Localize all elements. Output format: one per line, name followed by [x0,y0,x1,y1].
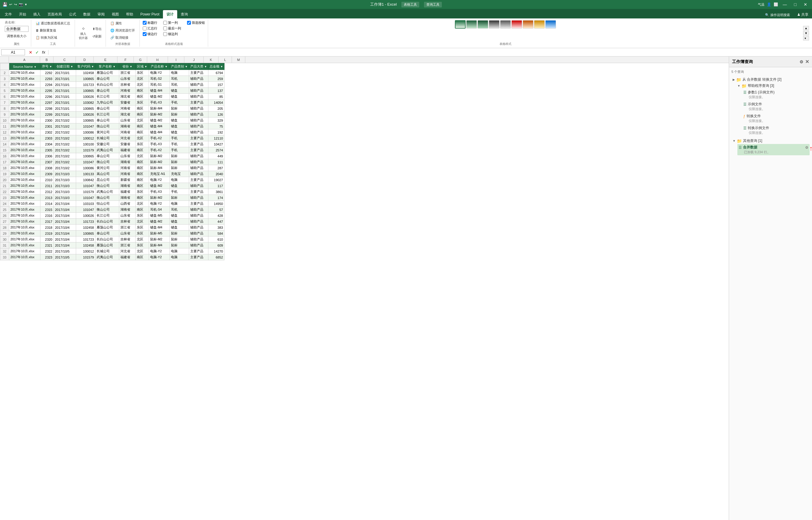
undo-icon[interactable]: ↩ [9,2,12,6]
table-cell[interactable]: 鼠标-M4 [148,165,169,171]
table-cell[interactable]: 电脑-Y2 [148,254,169,260]
table-cell[interactable]: 2017年10月.xlsx [9,231,40,236]
table-cell[interactable]: 2323 [40,254,54,260]
table-cell[interactable]: 雁荡山公司 [95,242,119,249]
table-cell[interactable]: 2017/10/1 [54,100,76,106]
table-cell[interactable]: 2017/10/4 [54,231,76,236]
table-cell[interactable]: 鼠标 [169,106,189,111]
table-cell[interactable]: 2295 [40,88,54,94]
table-cell[interactable]: 100865 [76,118,96,124]
table-cell[interactable]: 2017年10月.xlsx [9,189,40,195]
table-cell[interactable]: 2017年10月.xlsx [9,124,40,129]
table-cell[interactable]: 恒山公司 [95,201,119,207]
table-cell[interactable]: 东区 [135,70,148,76]
table-cell[interactable]: 键盘-M4 [148,88,169,94]
table-cell[interactable]: 447 [208,219,224,225]
table-cell[interactable]: 100086 [76,129,96,135]
table-cell[interactable]: 610 [208,236,224,242]
table-cell[interactable]: 主要产品 [189,135,208,141]
table-cell[interactable]: 浙江省 [119,70,135,76]
table-cell[interactable]: 2017/10/4 [54,219,76,225]
table-cell[interactable]: 福建省 [119,254,135,260]
table-row[interactable]: 72017年10月.xlsx22972017/10/1103082九华山公司安徽… [0,100,224,106]
table-cell[interactable]: 6794 [208,70,224,76]
table-cell[interactable]: 2308 [40,165,54,171]
table-cell[interactable]: 100865 [76,153,96,159]
table-cell[interactable]: 昆山公司 [95,177,119,183]
table-cell[interactable]: 137 [208,88,224,94]
table-cell[interactable]: 鼠标 [169,111,189,118]
table-cell[interactable]: 2017/10/2 [54,141,76,147]
table-cell[interactable]: 428 [208,213,224,219]
table-cell[interactable]: 键盘 [169,88,189,94]
table-cell[interactable]: 157 [208,82,224,88]
table-cell[interactable]: 584 [208,231,224,236]
table-cell[interactable]: 安徽公司 [95,141,119,147]
table-cell[interactable]: 电脑 [169,249,189,254]
maximize-btn[interactable]: □ [792,1,799,7]
table-cell[interactable]: 100026 [76,111,96,118]
table-cell[interactable]: 电脑 [169,70,189,76]
table-cell[interactable]: 河南省 [119,129,135,135]
col-header-M[interactable]: M [232,56,245,63]
table-cell[interactable]: 鼠标-M5 [148,231,169,236]
table-cell[interactable]: 2303 [40,135,54,141]
table-cell[interactable]: 鼠标-M2 [148,153,169,159]
table-cell[interactable]: 辅助产品 [189,153,208,159]
convert-range-btn[interactable]: 📋 转换为区域 [34,34,59,41]
table-cell[interactable]: 100012 [76,135,96,141]
table-cell[interactable]: 100026 [76,94,96,100]
table-cell[interactable]: 键盘 [169,129,189,135]
col-date[interactable]: 创建日期 ▼ [54,63,76,70]
table-cell[interactable]: 湖南省 [119,124,135,129]
table-cell[interactable]: 南区 [135,171,148,177]
col-customer-name[interactable]: 客户名称 ▼ [95,63,119,70]
table-cell[interactable]: 100865 [76,106,96,111]
table-cell[interactable]: 2017年10月.xlsx [9,100,40,106]
table-cell[interactable]: 键盘 [169,213,189,219]
remove-duplicates-btn[interactable]: 🗑 删除重复值 [34,27,58,34]
style-swatch-7[interactable] [523,20,534,29]
table-row[interactable]: 62017年10月.xlsx22962017/10/1100026长江公司湖北省… [0,94,224,100]
table-cell[interactable]: 电脑-Y2 [148,249,169,254]
style-swatch-1[interactable] [455,20,466,29]
table-row[interactable]: 42017年10月.xlsx22942017/10/1101723长白山公司吉林… [0,82,224,88]
table-cell[interactable]: 2040 [208,171,224,177]
table-cell[interactable]: 长江公司 [95,94,119,100]
col-header-J[interactable]: J [184,56,204,63]
table-cell[interactable]: 耳机-S4 [148,207,169,213]
table-row[interactable]: 142017年10月.xlsx23042017/10/2100100安徽公司安徽… [0,141,224,147]
table-row[interactable]: 162017年10月.xlsx23062017/10/2100865泰山公司山东… [0,153,224,159]
table-cell[interactable]: 2314 [40,201,54,207]
table-cell[interactable]: 2017/10/1 [54,94,76,100]
table-cell[interactable]: 南区 [135,159,148,165]
table-cell[interactable]: 2017/10/5 [54,249,76,254]
table-cell[interactable]: 北区 [135,153,148,159]
table-cell[interactable]: 北区 [135,76,148,82]
query-item-transform[interactable]: ƒ 转换文件 仅限连接。 [742,113,810,124]
table-cell[interactable]: 2017/10/2 [54,124,76,129]
table-cell[interactable]: 键盘-M4 [148,225,169,231]
table-cell[interactable]: 湖南省 [119,207,135,213]
style-swatch-6[interactable] [511,20,522,29]
table-cell[interactable]: 2301 [40,124,54,129]
table-cell[interactable]: 键盘 [169,94,189,100]
table-cell[interactable]: 2297 [40,100,54,106]
table-cell[interactable]: 泰山公司 [95,118,119,124]
table-cell[interactable]: 102458 [76,70,96,76]
col-header-D[interactable]: D [76,56,94,63]
table-cell[interactable]: 河南省 [119,88,135,94]
share-btn[interactable]: ♟ 共享 [793,11,812,19]
table-row[interactable]: 132017年10月.xlsx23032017/10/2100012长城公司河北… [0,135,224,141]
table-cell[interactable]: 湖南省 [119,159,135,165]
table-cell[interactable]: 山西省 [119,201,135,207]
query-group-other-header[interactable]: ▼ 📁 其他查询 [1] [731,138,810,144]
tab-query[interactable]: 查询 [177,10,191,19]
table-cell[interactable]: 东区 [135,213,148,219]
table-cell[interactable]: 嵩山公司 [95,171,119,177]
table-cell[interactable]: 辅助产品 [189,225,208,231]
table-cell[interactable]: 117 [208,183,224,189]
confirm-formula-icon[interactable]: ✓ [34,50,40,55]
table-cell[interactable]: 泰山公司 [95,153,119,159]
table-cell[interactable]: 湖北省 [119,94,135,100]
